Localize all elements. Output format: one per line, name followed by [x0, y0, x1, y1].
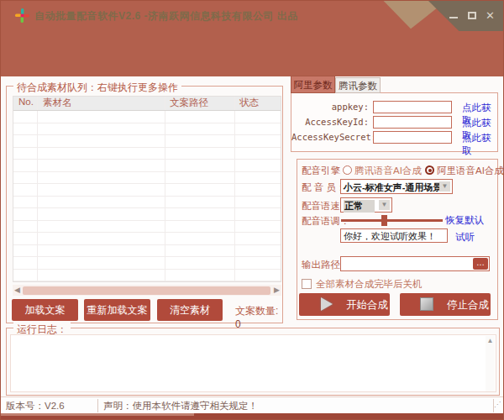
radio-tencent-engine[interactable] — [343, 165, 352, 175]
table-cell — [38, 172, 165, 184]
table-cell — [165, 208, 235, 220]
material-table-body — [13, 111, 281, 281]
appkey-input[interactable] — [373, 101, 452, 113]
table-horizontal-scrollbar[interactable]: ◀ ▶ — [13, 285, 281, 296]
radio-tencent-label[interactable]: 腾讯语音AI合成 — [354, 165, 422, 177]
table-cell — [38, 270, 165, 281]
col-header-status: 状态 — [235, 97, 281, 110]
shutdown-checkbox-label[interactable]: 全部素材合成完毕后关机 — [316, 278, 423, 291]
accesskeysecret-label: AccessKeySecret: — [291, 132, 369, 142]
table-cell — [165, 221, 235, 233]
table-cell — [235, 135, 281, 147]
table-row[interactable] — [13, 233, 281, 245]
table-cell — [235, 233, 281, 244]
reload-copy-button[interactable]: 重新加载文案 — [84, 299, 150, 321]
clear-material-button[interactable]: 清空素材 — [157, 299, 223, 321]
scroll-right-icon[interactable]: ▶ — [272, 285, 281, 296]
table-cell — [235, 208, 281, 220]
table-row[interactable] — [13, 221, 281, 234]
table-cell — [235, 221, 281, 233]
table-cell — [165, 172, 235, 184]
table-row[interactable] — [13, 257, 281, 270]
minimize-button[interactable] — [449, 10, 459, 21]
close-button[interactable]: ✕ — [486, 10, 496, 21]
load-copy-button[interactable]: 加载文案 — [12, 299, 78, 321]
window-title: 自动批量配音软件V2.6 -济南跃网信息科技有限公司 出品 — [34, 9, 298, 24]
tab-ali-params[interactable]: 阿里参数 — [291, 76, 335, 93]
chevron-down-icon[interactable]: ▼ — [439, 181, 450, 192]
table-cell — [165, 245, 235, 257]
bottom-border-strip-light — [1, 413, 194, 416]
voice-settings-panel: 配音引擎： 腾讯语音AI合成 阿里语音AI合成 配 音 员： 小云-标准女声-通… — [297, 159, 498, 320]
table-cell — [13, 257, 38, 269]
start-synthesis-button[interactable]: 开始合成 — [299, 293, 390, 316]
table-cell — [38, 111, 165, 123]
table-row[interactable] — [13, 208, 281, 221]
table-row[interactable] — [13, 148, 281, 160]
statusbar-divider — [97, 399, 98, 412]
log-scrollbar[interactable]: ▲ — [486, 336, 495, 391]
stop-synthesis-button[interactable]: 停止合成 — [400, 293, 491, 316]
table-row[interactable] — [13, 135, 281, 148]
tab-tencent-params[interactable]: 腾讯参数 — [335, 77, 381, 93]
table-cell — [13, 208, 38, 220]
table-cell — [13, 221, 38, 233]
table-cell — [38, 221, 165, 233]
accesskeysecret-input[interactable] — [373, 131, 452, 144]
table-row[interactable] — [13, 270, 281, 282]
pitch-reset-link[interactable]: 恢复默认 — [445, 214, 484, 227]
table-cell — [13, 111, 38, 123]
maximize-button[interactable] — [467, 10, 478, 21]
pitch-slider[interactable] — [341, 219, 443, 222]
table-cell — [165, 233, 235, 244]
material-table[interactable]: No. 素材名 文案路径 状态 — [13, 96, 281, 282]
title-bar[interactable]: 自动批量配音软件V2.6 -济南跃网信息科技有限公司 出品 ✕ — [1, 1, 504, 76]
table-cell — [165, 184, 235, 196]
run-log-area[interactable]: ▲ — [10, 334, 496, 392]
chevron-down-icon[interactable]: ▼ — [379, 200, 390, 210]
table-row[interactable] — [13, 160, 281, 172]
browse-button[interactable]: … — [473, 258, 488, 270]
table-cell — [38, 208, 165, 220]
table-cell — [235, 160, 281, 171]
preview-text-input[interactable]: 你好，欢迎试听效果！ — [340, 228, 448, 243]
table-cell — [235, 270, 281, 281]
table-row[interactable] — [13, 172, 281, 185]
minimize-icon — [449, 17, 458, 18]
table-cell — [13, 160, 38, 171]
table-row[interactable] — [13, 184, 281, 197]
scrollbar-thumb[interactable] — [23, 286, 270, 295]
scroll-up-icon[interactable]: ▲ — [486, 336, 495, 345]
preview-play-link[interactable]: 试听 — [455, 231, 475, 244]
table-cell — [13, 172, 38, 184]
accesskeysecret-get-link[interactable]: 点此获取 — [462, 132, 497, 157]
output-path-input[interactable]: … — [340, 256, 490, 271]
material-queue-group: 待合成素材队列：右键执行更多操作 No. 素材名 文案路径 状态 ◀ ▶ 加载文… — [6, 86, 283, 323]
shutdown-checkbox[interactable] — [302, 279, 312, 289]
resize-grip[interactable]: ⋰ — [494, 401, 501, 408]
maximize-icon — [468, 12, 476, 19]
copy-count-label: 文案数量: — [235, 305, 278, 317]
speaker-select[interactable]: 小云-标准女声-通用场景 ▼ — [340, 179, 453, 194]
table-cell — [235, 148, 281, 160]
table-row[interactable] — [13, 197, 281, 209]
table-cell — [38, 148, 165, 160]
pitch-slider-handle[interactable] — [381, 215, 387, 226]
speed-select[interactable]: 正常 ▼ — [340, 197, 392, 213]
table-cell — [13, 197, 38, 208]
radio-ali-engine[interactable] — [425, 165, 434, 175]
speaker-value: 小云-标准女声-通用场景 — [344, 181, 442, 194]
accesskeyid-input[interactable] — [373, 116, 452, 129]
table-cell — [165, 111, 235, 123]
radio-ali-label[interactable]: 阿里语音AI合成 — [437, 165, 504, 177]
table-row[interactable] — [13, 111, 281, 123]
table-row[interactable] — [13, 245, 281, 258]
table-cell — [165, 270, 235, 281]
start-synthesis-label: 开始合成 — [346, 298, 388, 312]
table-cell — [13, 245, 38, 257]
table-row[interactable] — [13, 123, 281, 136]
table-cell — [165, 148, 235, 160]
table-cell — [165, 257, 235, 269]
scroll-left-icon[interactable]: ◀ — [13, 285, 22, 296]
copy-count: 文案数量: 0 — [235, 304, 282, 330]
